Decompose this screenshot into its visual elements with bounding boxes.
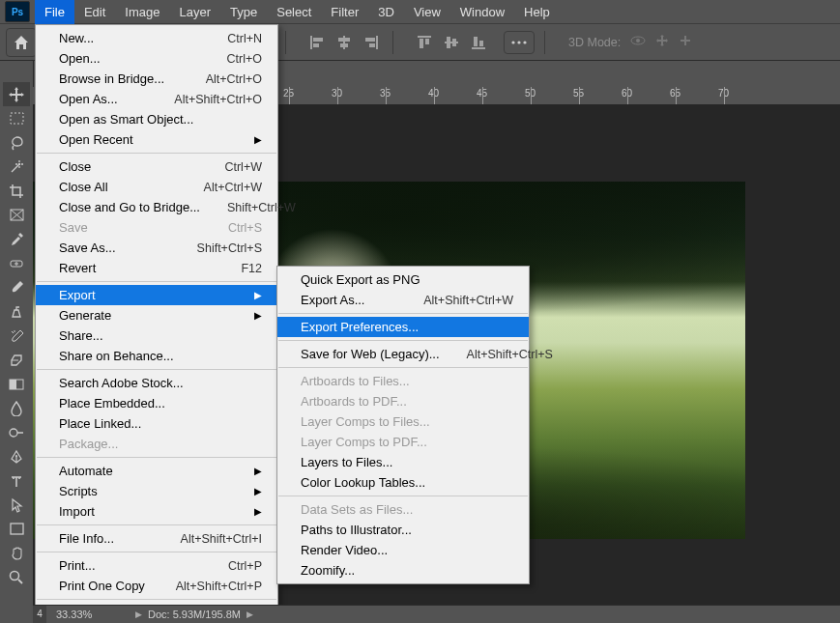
chevron-right-icon[interactable]: ▶ [135,609,142,619]
file-menu-item[interactable]: Share on Behance... [36,346,277,366]
export-menu-item[interactable]: Color Lookup Tables... [277,472,529,493]
magic-wand-tool[interactable] [3,155,30,179]
more-options-button[interactable] [504,31,535,54]
file-menu-item[interactable]: Share... [36,326,277,346]
menu-item-label: New... [59,31,200,45]
menu-layer[interactable]: Layer [170,0,221,24]
menu-window[interactable]: Window [450,0,514,24]
file-menu-item[interactable]: Search Adobe Stock... [36,373,277,393]
export-menu-item[interactable]: Export As...Alt+Shift+Ctrl+W [277,290,529,310]
export-menu-item[interactable]: Render Video... [277,540,529,560]
align-center-h-icon[interactable] [333,31,356,54]
file-menu-item[interactable]: Scripts▶ [36,481,277,501]
menu-item-label: Open As... [59,92,147,106]
menu-help[interactable]: Help [514,0,560,24]
file-menu-item[interactable]: CloseCtrl+W [36,156,277,177]
align-top-icon[interactable] [413,31,436,54]
menu-image[interactable]: Image [115,0,169,24]
blur-tool[interactable] [3,396,30,420]
history-brush-tool[interactable] [3,324,30,348]
menu-view[interactable]: View [404,0,450,24]
file-menu-item[interactable]: Close and Go to Bridge...Shift+Ctrl+W [36,197,277,217]
file-menu-item[interactable]: Generate▶ [36,305,277,326]
file-menu-item[interactable]: Open...Ctrl+O [36,48,277,69]
menu-item-shortcut: Shift+Ctrl+W [227,201,296,214]
pen-tool[interactable] [3,444,30,468]
brush-tool[interactable] [3,275,30,299]
zoom-level[interactable]: 33.33% [50,609,130,620]
export-menu-item[interactable]: Save for Web (Legacy)...Alt+Shift+Ctrl+S [277,344,529,364]
pan-icon[interactable] [655,34,669,50]
menu-item-shortcut: Alt+Ctrl+W [204,181,262,194]
export-menu-item: Artboards to PDF... [277,391,529,411]
file-menu-item[interactable]: Save As...Shift+Ctrl+S [36,238,277,258]
rectangle-tool[interactable] [3,517,30,541]
menu-filter[interactable]: Filter [321,0,368,24]
submenu-arrow-icon: ▶ [254,466,262,476]
file-menu-item[interactable]: Print...Ctrl+P [36,555,277,576]
frame-tool[interactable] [3,203,30,227]
marquee-tool[interactable] [3,106,30,130]
menu-item-label: Layer Comps to PDF... [301,435,513,449]
menu-separator [37,369,276,370]
type-tool[interactable] [3,468,30,493]
menu-item-shortcut: Ctrl+P [228,559,262,573]
file-menu-item[interactable]: File Info...Alt+Shift+Ctrl+I [36,528,277,549]
align-left-icon[interactable] [305,31,329,54]
align-bottom-icon[interactable] [467,31,490,54]
menu-separator [37,153,276,154]
menu-edit[interactable]: Edit [74,0,115,24]
menu-select[interactable]: Select [267,0,321,24]
file-menu-item[interactable]: Open As...Alt+Shift+Ctrl+O [36,89,277,109]
menu-item-label: Export Preferences... [301,320,513,334]
file-menu-item[interactable]: Place Embedded... [36,393,277,413]
file-menu-item[interactable]: Automate▶ [36,461,277,481]
export-menu-item: Layer Comps to Files... [277,411,529,432]
document-size-info[interactable]: Doc: 5.93M/195.8M [148,609,241,620]
hand-tool[interactable] [3,541,30,565]
svg-rect-31 [11,524,23,534]
file-menu-item[interactable]: New...Ctrl+N [36,28,277,48]
file-menu-item[interactable]: Open Recent▶ [36,129,277,150]
menu-file[interactable]: File [35,0,74,24]
svg-rect-10 [420,39,423,48]
file-menu-item[interactable]: Export▶ [36,285,277,305]
home-button[interactable] [6,28,37,57]
crop-tool[interactable] [3,179,30,203]
file-menu-item[interactable]: Import▶ [36,501,277,522]
file-menu-item[interactable]: Open as Smart Object... [36,109,277,129]
healing-brush-tool[interactable] [3,251,30,275]
status-tab-indicator[interactable]: 4 [33,606,46,623]
lasso-tool[interactable] [3,130,30,155]
dodge-tool[interactable] [3,420,30,444]
menu-3d[interactable]: 3D [368,0,404,24]
eraser-tool[interactable] [3,348,30,372]
zoom-tool[interactable] [3,565,30,589]
menu-item-label: Generate [59,308,231,323]
menu-item-label: Data Sets as Files... [301,502,513,517]
svg-rect-23 [11,113,23,124]
file-menu-item[interactable]: Place Linked... [36,413,277,434]
export-menu-item[interactable]: Quick Export as PNG [277,269,529,290]
export-menu-item: Artboards to Files... [277,371,529,391]
export-menu-item[interactable]: Export Preferences... [277,317,529,337]
slide-icon[interactable] [679,34,692,50]
align-right-icon[interactable] [360,31,383,54]
align-middle-icon[interactable] [440,31,463,54]
move-tool[interactable] [3,82,30,106]
menu-type[interactable]: Type [220,0,267,24]
menu-item-label: Import [59,504,231,519]
chevron-right-icon[interactable]: ▶ [246,609,253,619]
file-menu-item[interactable]: Browse in Bridge...Alt+Ctrl+O [36,69,277,89]
eyedropper-tool[interactable] [3,227,30,251]
path-selection-tool[interactable] [3,493,30,517]
file-menu-item[interactable]: Close AllAlt+Ctrl+W [36,177,277,197]
export-menu-item[interactable]: Zoomify... [277,560,529,581]
gradient-tool[interactable] [3,372,30,396]
orbit-icon[interactable] [630,34,646,50]
export-menu-item[interactable]: Layers to Files... [277,452,529,472]
file-menu-item[interactable]: Print One CopyAlt+Shift+Ctrl+P [36,576,277,596]
file-menu-item[interactable]: RevertF12 [36,258,277,278]
export-menu-item[interactable]: Paths to Illustrator... [277,520,529,540]
clone-stamp-tool[interactable] [3,299,30,324]
